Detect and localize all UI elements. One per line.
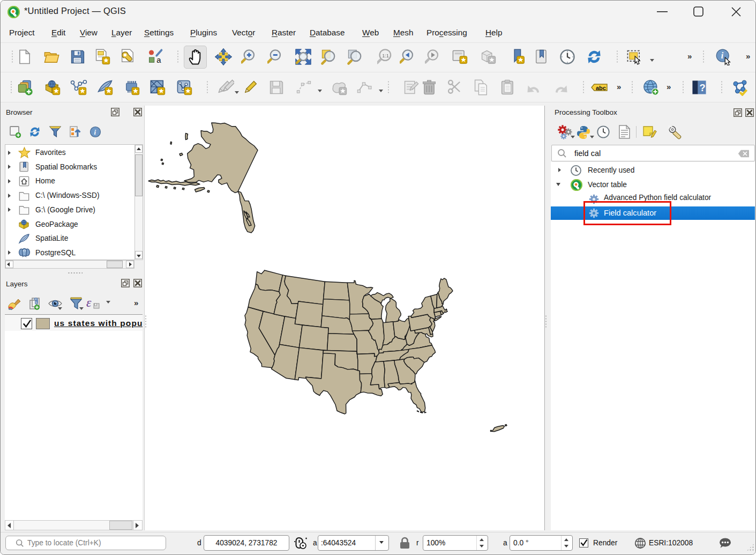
svg-text:1:1: 1:1: [382, 53, 389, 58]
svg-text:ε: ε: [86, 297, 92, 309]
svg-text:?: ?: [700, 82, 706, 93]
svg-text:i: i: [94, 128, 96, 136]
svg-text:a: a: [156, 56, 161, 64]
svg-text:abc: abc: [596, 85, 606, 91]
svg-text:i: i: [721, 51, 724, 60]
